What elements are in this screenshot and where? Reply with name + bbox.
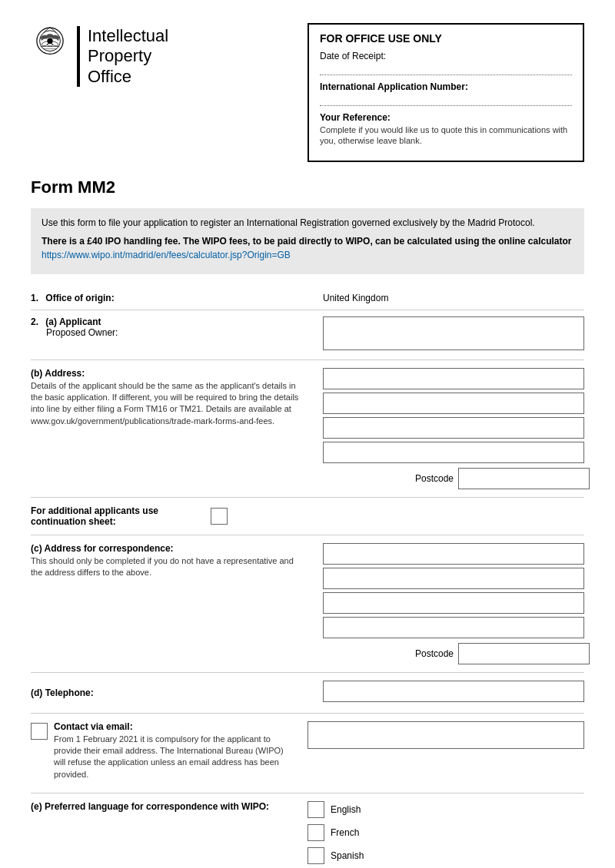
section-2a-label: 2. (a) Applicant Proposed Owner: — [31, 316, 308, 338]
section-2b: (b) Address: Details of the applicant sh… — [31, 360, 584, 498]
emblem-icon — [31, 23, 69, 65]
applicant-input[interactable] — [323, 316, 584, 350]
spanish-label: Spanish — [331, 850, 364, 861]
language-option-french: French — [308, 824, 584, 841]
header: Intellectual Property Office FOR OFFICE … — [31, 23, 584, 162]
email-left: Contact via email: From 1 February 2021 … — [31, 721, 297, 786]
info-line1: Use this form to file your application t… — [42, 216, 573, 230]
info-box: Use this form to file your application t… — [31, 208, 584, 274]
proposed-owner-label: Proposed Owner: — [46, 327, 308, 338]
english-checkbox[interactable] — [308, 801, 324, 818]
email-input-container — [308, 721, 584, 752]
continuation-label: For additional applicants use continuati… — [31, 505, 200, 527]
postcode-label: Postcode — [415, 473, 454, 484]
section-2c: (c) Address for correspondence: This sho… — [31, 535, 584, 673]
address-line1-input[interactable] — [323, 368, 584, 389]
language-option-spanish: Spanish — [308, 847, 584, 864]
your-reference-desc: Complete if you would like us to quote t… — [320, 124, 572, 147]
date-of-receipt-label: Date of Receipt: — [320, 51, 572, 61]
office-use-title: FOR OFFICE USE ONLY — [320, 32, 572, 45]
address-line2-input[interactable] — [323, 393, 584, 414]
date-of-receipt-field: Date of Receipt: — [320, 51, 572, 75]
corr-address-line3-input[interactable] — [323, 592, 584, 614]
info-line2: There is a £40 IPO handling fee. The WIP… — [42, 234, 573, 262]
email-input[interactable] — [308, 721, 584, 749]
section-2b-inputs: Postcode — [323, 368, 584, 489]
logo-section: Intellectual Property Office — [31, 23, 168, 87]
english-label: English — [331, 804, 361, 815]
language-options: English French Spanish — [308, 801, 584, 868]
section-2c-inputs: Postcode — [323, 543, 584, 664]
french-label: French — [331, 827, 359, 838]
corr-postcode-row: Postcode — [323, 643, 584, 664]
int-app-number-line — [320, 94, 572, 106]
french-checkbox[interactable] — [308, 824, 324, 841]
your-reference-label: Your Reference: — [320, 112, 572, 123]
section-1-row: 1. Office of origin: United Kingdom — [31, 287, 584, 310]
section-2a-input — [323, 316, 584, 353]
date-of-receipt-line — [320, 63, 572, 75]
section-2a: 2. (a) Applicant Proposed Owner: — [31, 310, 584, 360]
section-2d-label: (d) Telephone: — [31, 687, 308, 698]
section-2c-label: (c) Address for correspondence: This sho… — [31, 543, 308, 579]
continuation-checkbox[interactable] — [211, 508, 228, 525]
corr-address-line4-input[interactable] — [323, 617, 584, 638]
postcode-input[interactable] — [458, 468, 590, 489]
your-reference-field: Your Reference: Complete if you would li… — [320, 112, 572, 147]
info-link[interactable]: https://www.wipo.int/madrid/en/fees/calc… — [42, 250, 291, 260]
section-2d: (d) Telephone: — [31, 673, 584, 714]
telephone-input-container — [323, 681, 584, 705]
telephone-input[interactable] — [323, 681, 584, 702]
email-checkbox[interactable] — [31, 723, 48, 740]
spanish-checkbox[interactable] — [308, 847, 324, 864]
section-2e: (e) Preferred language for correspondenc… — [31, 793, 584, 868]
continuation-row: For additional applicants use continuati… — [31, 498, 584, 535]
section-2e-label: (e) Preferred language for correspondenc… — [31, 801, 297, 812]
svg-point-2 — [47, 38, 52, 44]
office-use-box: FOR OFFICE USE ONLY Date of Receipt: Int… — [308, 23, 584, 162]
info-line2-bold: There is a £40 IPO handling fee. The WIP… — [42, 236, 572, 247]
corr-address-line2-input[interactable] — [323, 568, 584, 589]
corr-postcode-input[interactable] — [458, 643, 590, 664]
corr-postcode-label: Postcode — [415, 648, 454, 659]
logo-text: Intellectual Property Office — [77, 26, 168, 87]
address-line4-input[interactable] — [323, 442, 584, 463]
email-section: Contact via email: From 1 February 2021 … — [31, 714, 584, 794]
int-app-number-label: International Application Number: — [320, 81, 572, 92]
address-line3-input[interactable] — [323, 417, 584, 439]
postcode-row: Postcode — [323, 468, 584, 489]
section-1-value: United Kingdom — [323, 293, 584, 303]
language-option-english: English — [308, 801, 584, 818]
corr-address-line1-input[interactable] — [323, 543, 584, 565]
section-2b-label: (b) Address: Details of the applicant sh… — [31, 368, 308, 428]
section-1-label: 1. Office of origin: — [31, 293, 323, 303]
form-title: Form MM2 — [31, 177, 584, 197]
int-app-number-field: International Application Number: — [320, 81, 572, 106]
